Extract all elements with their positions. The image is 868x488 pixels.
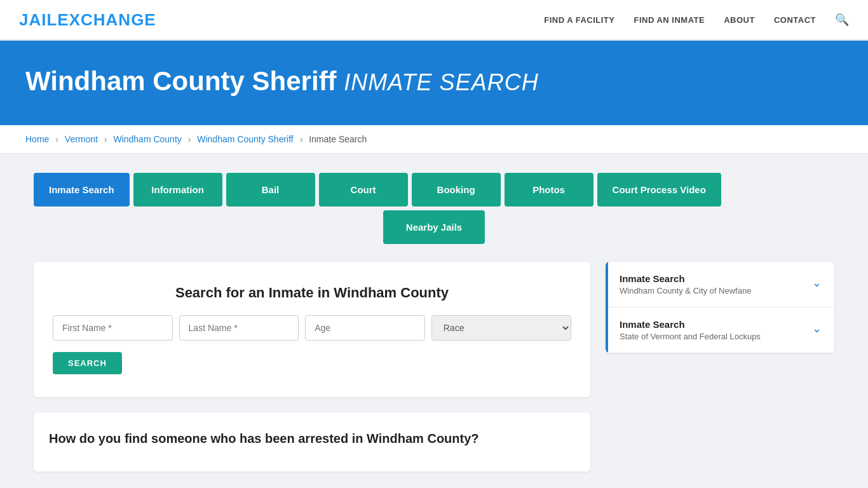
sidebar-accent-bar [606,262,608,353]
tab-nearby-jails[interactable]: Nearby Jails [383,210,485,244]
tab-inmate-search[interactable]: Inmate Search [34,173,130,207]
breadcrumb-windham-county[interactable]: Windham County [113,134,181,144]
breadcrumb-windham-county-sheriff[interactable]: Windham County Sheriff [197,134,293,144]
sidebar-item-2-sub: State of Vermont and Federal Lockups [620,332,761,341]
breadcrumb-vermont[interactable]: Vermont [65,134,98,144]
nav-about[interactable]: ABOUT [724,14,755,25]
tab-information[interactable]: Information [133,173,222,207]
search-heading: Search for an Inmate in Windham County [53,285,571,301]
sidebar: Inmate Search Windham County & City of N… [606,262,834,471]
search-panel: Search for an Inmate in Windham County R… [34,262,590,397]
tab-bail[interactable]: Bail [226,173,315,207]
hero-banner: Windham County Sheriff INMATE SEARCH [0,41,868,125]
breadcrumb: Home › Vermont › Windham County › Windha… [0,125,868,154]
search-button[interactable]: SEARCH [53,352,122,374]
navbar: JAILEXCHANGE FIND A FACILITY FIND AN INM… [0,0,868,41]
sidebar-card: Inmate Search Windham County & City of N… [606,262,834,353]
nav-contact[interactable]: CONTACT [774,14,816,25]
chevron-down-icon-1: ⌄ [812,276,822,290]
sidebar-item-1-title: Inmate Search [620,273,751,284]
logo-part1: JAIL [19,10,57,29]
tabs-row-2: Nearby Jails [34,210,834,244]
tab-booking[interactable]: Booking [412,173,501,207]
sidebar-item-1[interactable]: Inmate Search Windham County & City of N… [606,262,834,308]
breadcrumb-home[interactable]: Home [25,134,49,144]
tabs-container: Inmate Search Information Bail Court Boo… [34,173,834,244]
sidebar-item-1-sub: Windham County & City of Newfane [620,286,751,295]
info-heading: How do you find someone who has been arr… [49,431,575,446]
tabs-row-1: Inmate Search Information Bail Court Boo… [34,173,834,207]
search-icon[interactable]: 🔍 [835,13,849,27]
last-name-input[interactable] [179,315,299,341]
breadcrumb-current: Inmate Search [309,134,367,144]
sidebar-item-2[interactable]: Inmate Search State of Vermont and Feder… [606,308,834,353]
left-column: Search for an Inmate in Windham County R… [34,262,590,471]
nav-find-inmate[interactable]: FIND AN INMATE [634,14,705,25]
logo-part2: EXCHANGE [57,10,156,29]
logo[interactable]: JAILEXCHANGE [19,10,156,30]
tab-photos[interactable]: Photos [505,173,593,207]
race-select[interactable]: Race White Black Hispanic Asian Other [431,315,571,341]
sidebar-item-2-title: Inmate Search [620,319,761,330]
age-input[interactable] [305,315,425,341]
tab-court-process-video[interactable]: Court Process Video [597,173,721,207]
hero-title: Windham County Sheriff INMATE SEARCH [25,66,843,97]
search-form: Race White Black Hispanic Asian Other [53,315,571,341]
nav-links: FIND A FACILITY FIND AN INMATE ABOUT CON… [544,13,849,27]
nav-find-facility[interactable]: FIND A FACILITY [544,14,614,25]
first-name-input[interactable] [53,315,173,341]
main-content: Inmate Search Information Bail Court Boo… [21,154,847,488]
tab-court[interactable]: Court [319,173,408,207]
chevron-down-icon-2: ⌄ [812,322,822,336]
content-grid: Search for an Inmate in Windham County R… [34,262,834,471]
info-panel: How do you find someone who has been arr… [34,412,590,471]
